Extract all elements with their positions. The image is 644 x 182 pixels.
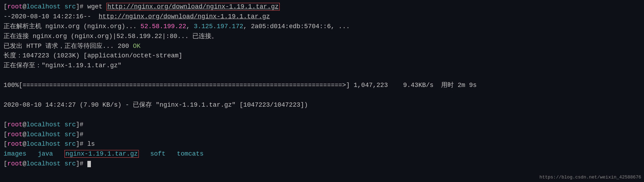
p1-dir: src: [64, 121, 76, 128]
line-connect: 正在连接 nginx.org (nginx.org)|52.58.199.22|…: [4, 32, 640, 42]
line-date: --2020-08-10 14:22:16-- http://nginx.org…: [4, 12, 640, 22]
p1-space: [61, 121, 64, 128]
prompt-host: localhost: [26, 3, 61, 10]
connect-text: 正在连接 nginx.org (nginx.org)|52.58.199.22|…: [4, 33, 218, 40]
line-prompt2: [root@localhost src]#: [4, 130, 640, 140]
ls-space: [61, 140, 64, 148]
p2-host: localhost: [26, 131, 61, 138]
p1-user: root: [7, 121, 23, 128]
p1-host: localhost: [26, 121, 61, 128]
ls-sep4: [166, 150, 177, 157]
terminal: [root@localhost src]# wget http://nginx.…: [0, 0, 644, 182]
prompt-at: @: [23, 3, 26, 10]
fp-user: root: [7, 160, 23, 167]
ls-user: root: [7, 140, 23, 148]
prompt-end: ]#: [76, 3, 87, 10]
http-ok: OK: [133, 43, 141, 50]
fp-bracket: [: [4, 160, 7, 167]
ls-dir: src: [64, 140, 76, 148]
fp-host: localhost: [26, 160, 61, 167]
line-wget-cmd: [root@localhost src]# wget http://nginx.…: [4, 2, 640, 12]
file-java: java: [38, 150, 53, 157]
p2-bracket: [: [4, 131, 7, 138]
p2-at: @: [23, 131, 26, 138]
ls-sep1: [26, 150, 38, 157]
saved-text: 2020-08-10 14:24:27 (7.90 KB/s) - 已保存 "n…: [4, 101, 308, 108]
ls-cmd-text: ls: [87, 140, 95, 148]
resolve-rest: , 2a05:d014:edb:5704::6, ...: [243, 23, 350, 30]
ls-at: @: [23, 140, 26, 148]
line-ls-output: images java nginx-1.19.1.tar.gz soft tom…: [4, 149, 640, 159]
p2-user: root: [7, 131, 23, 138]
nginx-file-box: nginx-1.19.1.tar.gz: [64, 150, 139, 158]
terminal-cursor: [87, 161, 91, 167]
cmd-wget: wget: [87, 3, 106, 10]
line-blank3: [4, 110, 640, 120]
prompt-space: [61, 3, 64, 10]
ip1: 52.58.199.22: [141, 23, 186, 30]
fp-space: [61, 160, 64, 167]
line-saving: 正在保存至："nginx-1.19.1.tar.gz": [4, 61, 640, 71]
ls-sep2: [53, 150, 64, 157]
line-saved: 2020-08-10 14:24:27 (7.90 KB/s) - 已保存 "n…: [4, 100, 640, 110]
wget-url: http://nginx.org/download/nginx-1.19.1.t…: [107, 3, 279, 10]
p1-bracket: [: [4, 121, 7, 128]
line-http: 已发出 HTTP 请求，正在等待回应... 200 OK: [4, 42, 640, 51]
p2-dir: src: [64, 131, 76, 138]
line-blank1: [4, 71, 640, 81]
resolve-prefix: 正在解析主机 nginx.org (nginx.org)...: [4, 23, 141, 30]
http-prefix: 已发出 HTTP 请求，正在等待回应... 200: [4, 43, 133, 50]
ls-bracket: [: [4, 140, 7, 148]
line-resolve: 正在解析主机 nginx.org (nginx.org)... 52.58.19…: [4, 22, 640, 32]
fp-end: ]#: [76, 160, 87, 167]
prompt-dir: src: [64, 3, 76, 10]
p1-end: ]#: [76, 121, 87, 128]
file-nginx: nginx-1.19.1.tar.gz: [66, 150, 138, 157]
prompt-user: root: [7, 3, 23, 10]
progress-text: 100%[===================================…: [4, 82, 477, 89]
length-text: 长度：1047223 (1023K) [application/octet-st…: [4, 52, 182, 59]
p2-end: ]#: [76, 131, 87, 138]
line-date-url: http://nginx.org/download/nginx-1.19.1.t…: [99, 13, 270, 20]
line-date-prefix: --2020-08-10 14:22:16--: [4, 13, 99, 20]
line-progress: 100%[===================================…: [4, 81, 640, 90]
prompt-bracket: [: [4, 3, 7, 10]
ls-end: ]#: [76, 140, 87, 148]
saving-text: 正在保存至："nginx-1.19.1.tar.gz": [4, 62, 122, 69]
fp-dir: src: [64, 160, 76, 167]
p1-at: @: [23, 121, 26, 128]
resolve-comma1: ,: [186, 23, 194, 30]
file-soft: soft: [150, 150, 165, 157]
file-images: images: [4, 150, 26, 157]
line-blank2: [4, 90, 640, 100]
line-ls-cmd: [root@localhost src]# ls: [4, 139, 640, 149]
ip2: 3.125.197.172: [194, 23, 243, 30]
wget-url-box: http://nginx.org/download/nginx-1.19.1.t…: [106, 3, 280, 11]
line-length: 长度：1047223 (1023K) [application/octet-st…: [4, 51, 640, 61]
fp-at: @: [23, 160, 26, 167]
watermark: https://blog.csdn.net/weixin_42588676: [539, 174, 641, 181]
ls-host: localhost: [26, 140, 61, 148]
line-final-prompt: [root@localhost src]#: [4, 159, 640, 169]
p2-space: [61, 131, 64, 138]
line-prompt1: [root@localhost src]#: [4, 120, 640, 130]
ls-sep3: [139, 150, 150, 157]
file-tomcats: tomcats: [177, 150, 204, 157]
